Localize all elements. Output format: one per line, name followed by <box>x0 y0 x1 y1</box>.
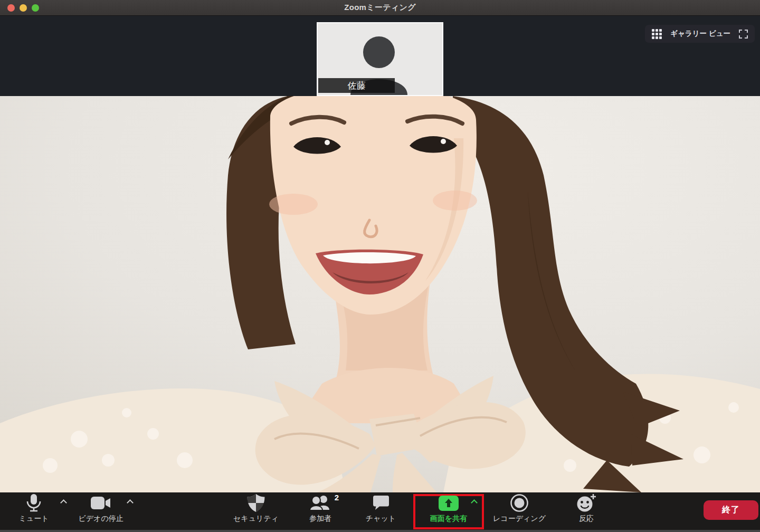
mute-options-chevron[interactable] <box>60 499 67 506</box>
share-screen-button[interactable]: 画面を共有 <box>419 492 479 530</box>
participants-strip: 佐藤 ギャラリー ビュー <box>0 16 760 96</box>
microphone-icon <box>25 493 43 513</box>
gallery-view-button[interactable]: ギャラリー ビュー <box>670 29 730 39</box>
fullscreen-brackets-icon[interactable] <box>739 30 748 39</box>
participant-name: 佐藤 <box>348 80 366 92</box>
video-camera-icon <box>90 496 111 510</box>
zoom-window-button[interactable] <box>32 4 39 12</box>
mute-label: ミュート <box>19 514 49 524</box>
security-button[interactable]: セキュリティ <box>224 492 288 530</box>
zoom-meeting-window: Zoomミーティング 佐藤 ギャラリー ビュー <box>0 0 760 532</box>
view-controls: ギャラリー ビュー <box>645 25 755 43</box>
traffic-lights <box>7 4 39 12</box>
participant-count: 2 <box>335 493 339 502</box>
share-screen-icon <box>439 496 459 511</box>
participant-name-tag: 佐藤 <box>318 78 395 93</box>
chat-label: チャット <box>366 514 396 524</box>
stop-video-button[interactable]: ビデオの停止 <box>68 492 134 530</box>
share-options-chevron[interactable] <box>471 499 478 506</box>
chat-bubble-icon <box>373 495 390 511</box>
close-window-button[interactable] <box>7 4 15 12</box>
chat-button[interactable]: チャット <box>356 492 406 530</box>
meeting-toolbar: ミュート ビデオの停止 セキュリティ <box>0 492 760 532</box>
minimize-window-button[interactable] <box>20 4 27 12</box>
participant-thumbnail[interactable]: 佐藤 <box>317 22 443 96</box>
participants-label: 参加者 <box>309 514 331 524</box>
shield-icon <box>247 493 265 512</box>
share-screen-label: 画面を共有 <box>430 514 467 524</box>
grid-icon[interactable] <box>652 29 662 39</box>
camera-feed-illustration <box>0 96 760 492</box>
reactions-label: 反応 <box>579 514 594 524</box>
window-titlebar: Zoomミーティング <box>0 0 760 16</box>
participants-button[interactable]: 2 参加者 <box>294 492 347 530</box>
window-title: Zoomミーティング <box>344 3 416 13</box>
participants-icon <box>309 495 331 511</box>
main-video-feed <box>0 96 760 492</box>
leave-meeting-label: 終了 <box>722 505 740 516</box>
reactions-button[interactable]: 反応 <box>564 492 609 530</box>
mute-button[interactable]: ミュート <box>7 492 60 530</box>
window-bottom-edge <box>0 530 760 532</box>
leave-meeting-button[interactable]: 終了 <box>704 500 758 520</box>
record-button[interactable]: レコーディング <box>486 492 553 530</box>
video-options-chevron[interactable] <box>127 499 134 506</box>
record-icon <box>510 493 529 512</box>
security-label: セキュリティ <box>233 514 279 524</box>
smiley-plus-icon <box>576 493 597 513</box>
record-label: レコーディング <box>493 514 546 524</box>
stop-video-label: ビデオの停止 <box>78 514 123 524</box>
